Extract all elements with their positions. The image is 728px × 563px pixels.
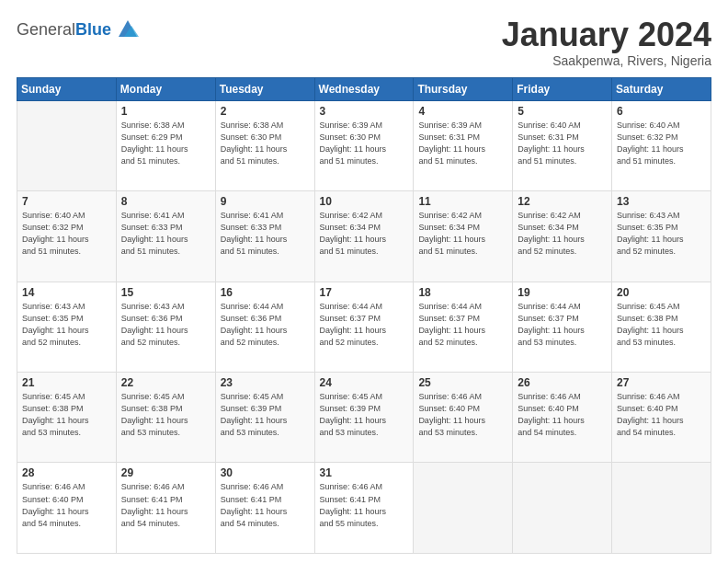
day-number: 27 bbox=[617, 376, 706, 389]
calendar-cell: 7Sunrise: 6:40 AM Sunset: 6:32 PM Daylig… bbox=[17, 191, 117, 282]
day-info: Sunrise: 6:46 AM Sunset: 6:41 PM Dayligh… bbox=[320, 481, 409, 529]
day-info: Sunrise: 6:42 AM Sunset: 6:34 PM Dayligh… bbox=[518, 210, 607, 258]
calendar-cell: 5Sunrise: 6:40 AM Sunset: 6:31 PM Daylig… bbox=[513, 100, 612, 190]
day-header-tuesday: Tuesday bbox=[215, 77, 314, 100]
calendar-cell bbox=[612, 463, 711, 554]
day-number: 20 bbox=[617, 286, 706, 299]
calendar-cell: 19Sunrise: 6:44 AM Sunset: 6:37 PM Dayli… bbox=[513, 282, 612, 372]
calendar-cell: 10Sunrise: 6:42 AM Sunset: 6:34 PM Dayli… bbox=[314, 191, 414, 282]
day-info: Sunrise: 6:39 AM Sunset: 6:31 PM Dayligh… bbox=[418, 120, 507, 167]
day-info: Sunrise: 6:38 AM Sunset: 6:29 PM Dayligh… bbox=[121, 120, 210, 167]
day-number: 30 bbox=[221, 466, 310, 479]
logo-icon bbox=[115, 17, 141, 42]
day-info: Sunrise: 6:46 AM Sunset: 6:40 PM Dayligh… bbox=[418, 391, 507, 439]
calendar-cell bbox=[414, 463, 513, 554]
day-info: Sunrise: 6:42 AM Sunset: 6:34 PM Dayligh… bbox=[418, 210, 507, 258]
day-number: 28 bbox=[22, 466, 111, 479]
day-header-wednesday: Wednesday bbox=[314, 77, 414, 100]
day-number: 16 bbox=[221, 286, 310, 299]
day-number: 14 bbox=[22, 286, 111, 299]
day-number: 24 bbox=[320, 376, 409, 389]
calendar-cell: 29Sunrise: 6:46 AM Sunset: 6:41 PM Dayli… bbox=[116, 463, 215, 554]
logo-blue-text: Blue bbox=[75, 20, 111, 40]
calendar-cell: 8Sunrise: 6:41 AM Sunset: 6:33 PM Daylig… bbox=[116, 191, 215, 282]
day-number: 18 bbox=[418, 286, 507, 299]
day-info: Sunrise: 6:42 AM Sunset: 6:34 PM Dayligh… bbox=[320, 210, 409, 258]
calendar-cell: 17Sunrise: 6:44 AM Sunset: 6:37 PM Dayli… bbox=[314, 282, 414, 372]
calendar-cell: 11Sunrise: 6:42 AM Sunset: 6:34 PM Dayli… bbox=[414, 191, 513, 282]
day-number: 3 bbox=[320, 105, 409, 118]
calendar-cell: 15Sunrise: 6:43 AM Sunset: 6:36 PM Dayli… bbox=[116, 282, 215, 372]
day-number: 9 bbox=[221, 195, 310, 208]
calendar-cell: 9Sunrise: 6:41 AM Sunset: 6:33 PM Daylig… bbox=[215, 191, 314, 282]
calendar-cell: 22Sunrise: 6:45 AM Sunset: 6:38 PM Dayli… bbox=[116, 373, 215, 463]
calendar-cell: 24Sunrise: 6:45 AM Sunset: 6:39 PM Dayli… bbox=[314, 373, 414, 463]
calendar-cell: 14Sunrise: 6:43 AM Sunset: 6:35 PM Dayli… bbox=[17, 282, 117, 372]
day-number: 15 bbox=[121, 286, 210, 299]
header: GeneralBlue January 2024 Saakpenwa, Rive… bbox=[17, 17, 711, 68]
calendar-cell bbox=[17, 100, 117, 190]
day-info: Sunrise: 6:46 AM Sunset: 6:41 PM Dayligh… bbox=[121, 481, 210, 529]
calendar-week-2: 7Sunrise: 6:40 AM Sunset: 6:32 PM Daylig… bbox=[17, 191, 711, 282]
title-area: January 2024 Saakpenwa, Rivers, Nigeria bbox=[502, 17, 711, 68]
day-number: 4 bbox=[418, 105, 507, 118]
day-info: Sunrise: 6:45 AM Sunset: 6:38 PM Dayligh… bbox=[22, 391, 111, 439]
day-info: Sunrise: 6:46 AM Sunset: 6:40 PM Dayligh… bbox=[518, 391, 607, 439]
calendar-cell: 31Sunrise: 6:46 AM Sunset: 6:41 PM Dayli… bbox=[314, 463, 414, 554]
day-number: 2 bbox=[221, 105, 310, 118]
calendar-cell: 26Sunrise: 6:46 AM Sunset: 6:40 PM Dayli… bbox=[513, 373, 612, 463]
day-header-thursday: Thursday bbox=[414, 77, 513, 100]
day-number: 5 bbox=[518, 105, 607, 118]
calendar-header-row: SundayMondayTuesdayWednesdayThursdayFrid… bbox=[17, 77, 711, 100]
day-info: Sunrise: 6:41 AM Sunset: 6:33 PM Dayligh… bbox=[221, 210, 310, 258]
day-number: 26 bbox=[518, 376, 607, 389]
day-number: 22 bbox=[121, 376, 210, 389]
calendar-cell: 28Sunrise: 6:46 AM Sunset: 6:40 PM Dayli… bbox=[17, 463, 117, 554]
calendar-cell: 30Sunrise: 6:46 AM Sunset: 6:41 PM Dayli… bbox=[215, 463, 314, 554]
page: GeneralBlue January 2024 Saakpenwa, Rive… bbox=[0, 0, 728, 563]
day-info: Sunrise: 6:41 AM Sunset: 6:33 PM Dayligh… bbox=[121, 210, 210, 258]
calendar-week-1: 1Sunrise: 6:38 AM Sunset: 6:29 PM Daylig… bbox=[17, 100, 711, 190]
calendar-cell: 3Sunrise: 6:39 AM Sunset: 6:30 PM Daylig… bbox=[314, 100, 414, 190]
day-number: 6 bbox=[617, 105, 706, 118]
day-number: 31 bbox=[320, 466, 409, 479]
day-info: Sunrise: 6:44 AM Sunset: 6:36 PM Dayligh… bbox=[221, 301, 310, 349]
calendar-week-3: 14Sunrise: 6:43 AM Sunset: 6:35 PM Dayli… bbox=[17, 282, 711, 372]
calendar-week-5: 28Sunrise: 6:46 AM Sunset: 6:40 PM Dayli… bbox=[17, 463, 711, 554]
day-info: Sunrise: 6:46 AM Sunset: 6:40 PM Dayligh… bbox=[22, 481, 111, 529]
calendar-cell: 21Sunrise: 6:45 AM Sunset: 6:38 PM Dayli… bbox=[17, 373, 117, 463]
day-info: Sunrise: 6:43 AM Sunset: 6:35 PM Dayligh… bbox=[22, 301, 111, 349]
day-info: Sunrise: 6:40 AM Sunset: 6:32 PM Dayligh… bbox=[22, 210, 111, 258]
calendar-cell: 16Sunrise: 6:44 AM Sunset: 6:36 PM Dayli… bbox=[215, 282, 314, 372]
day-info: Sunrise: 6:44 AM Sunset: 6:37 PM Dayligh… bbox=[418, 301, 507, 349]
day-number: 17 bbox=[320, 286, 409, 299]
day-info: Sunrise: 6:45 AM Sunset: 6:39 PM Dayligh… bbox=[320, 391, 409, 439]
calendar-cell: 13Sunrise: 6:43 AM Sunset: 6:35 PM Dayli… bbox=[612, 191, 711, 282]
day-info: Sunrise: 6:45 AM Sunset: 6:39 PM Dayligh… bbox=[221, 391, 310, 439]
calendar-cell: 2Sunrise: 6:38 AM Sunset: 6:30 PM Daylig… bbox=[215, 100, 314, 190]
day-info: Sunrise: 6:43 AM Sunset: 6:35 PM Dayligh… bbox=[617, 210, 706, 258]
day-header-saturday: Saturday bbox=[612, 77, 711, 100]
day-info: Sunrise: 6:46 AM Sunset: 6:40 PM Dayligh… bbox=[617, 391, 706, 439]
day-number: 21 bbox=[22, 376, 111, 389]
day-info: Sunrise: 6:45 AM Sunset: 6:38 PM Dayligh… bbox=[617, 301, 706, 349]
location-subtitle: Saakpenwa, Rivers, Nigeria bbox=[502, 53, 711, 68]
logo-general-text: General bbox=[17, 20, 75, 40]
calendar-week-4: 21Sunrise: 6:45 AM Sunset: 6:38 PM Dayli… bbox=[17, 373, 711, 463]
calendar-table: SundayMondayTuesdayWednesdayThursdayFrid… bbox=[17, 77, 711, 554]
calendar-cell: 4Sunrise: 6:39 AM Sunset: 6:31 PM Daylig… bbox=[414, 100, 513, 190]
day-info: Sunrise: 6:46 AM Sunset: 6:41 PM Dayligh… bbox=[221, 481, 310, 529]
day-info: Sunrise: 6:38 AM Sunset: 6:30 PM Dayligh… bbox=[221, 120, 310, 167]
day-number: 8 bbox=[121, 195, 210, 208]
calendar-cell: 27Sunrise: 6:46 AM Sunset: 6:40 PM Dayli… bbox=[612, 373, 711, 463]
day-number: 10 bbox=[320, 195, 409, 208]
day-info: Sunrise: 6:40 AM Sunset: 6:32 PM Dayligh… bbox=[617, 120, 706, 167]
day-info: Sunrise: 6:40 AM Sunset: 6:31 PM Dayligh… bbox=[518, 120, 607, 167]
day-number: 25 bbox=[418, 376, 507, 389]
calendar-cell: 12Sunrise: 6:42 AM Sunset: 6:34 PM Dayli… bbox=[513, 191, 612, 282]
day-info: Sunrise: 6:44 AM Sunset: 6:37 PM Dayligh… bbox=[320, 301, 409, 349]
logo: GeneralBlue bbox=[17, 17, 141, 42]
calendar-cell: 18Sunrise: 6:44 AM Sunset: 6:37 PM Dayli… bbox=[414, 282, 513, 372]
day-number: 1 bbox=[121, 105, 210, 118]
day-header-monday: Monday bbox=[116, 77, 215, 100]
